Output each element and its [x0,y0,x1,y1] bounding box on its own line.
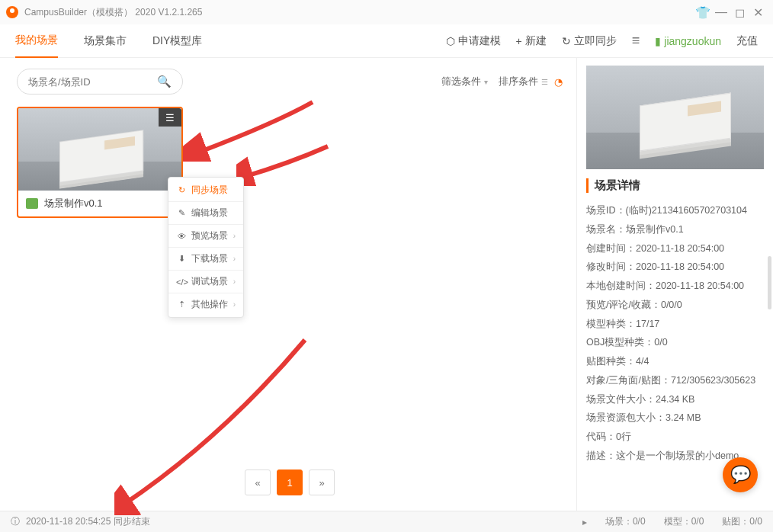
shirt-icon[interactable]: 👕 [694,5,712,20]
chevron-right-icon: › [233,277,236,286]
clock-icon[interactable]: ◔ [554,76,563,88]
menu-debug-scene[interactable]: </>调试场景› [168,271,243,293]
sort-button[interactable]: 排序条件☰ [499,75,548,88]
detail-scene-id: 场景ID：(临时)211341605702703104 [586,202,764,220]
status-play-icon[interactable]: ▸ [582,517,587,527]
status-texture: 贴图：0/0 [722,515,762,528]
detail-created: 创建时间：2020-11-18 20:54:00 [586,240,764,258]
download-icon: ⬇ [176,254,187,264]
search-input[interactable] [28,76,157,88]
app-logo-icon [6,6,18,18]
scene-type-icon [26,198,38,209]
apply-model-button[interactable]: ⬡申请建模 [446,34,501,48]
menu-edit-scene[interactable]: ✎编辑场景 [168,202,243,225]
info-icon: ⓘ [11,515,20,528]
user-icon: ▮ [655,35,661,47]
plus-icon: + [516,35,522,47]
user-label[interactable]: ▮jiangzuokun [655,35,721,47]
detail-package-size: 场景资源包大小：3.24 MB [586,409,764,428]
cube-icon: ⬡ [446,35,455,47]
tab-my-scenes[interactable]: 我的场景 [15,24,58,58]
menu-download-scene[interactable]: ⬇下载场景› [168,248,243,271]
chevron-right-icon: › [233,232,236,240]
menu-sync-scene[interactable]: ↻同步场景 [168,179,243,202]
detail-file-size: 场景文件大小：24.34 KB [586,391,764,409]
detail-stats: 预览/评论/收藏：0/0/0 [586,296,764,315]
close-button[interactable]: ✕ [749,5,767,20]
detail-modified: 修改时间：2020-11-18 20:54:00 [586,258,764,277]
annotation-arrow-1 [183,93,320,162]
new-button[interactable]: +新建 [516,34,547,48]
annotation-arrow-2 [236,140,335,186]
detail-model-types: 模型种类：17/17 [586,316,764,334]
detail-local-created: 本地创建时间：2020-11-18 20:54:00 [586,277,764,296]
sync-now-button[interactable]: ↻立即同步 [562,34,617,48]
tab-scene-market[interactable]: 场景集市 [84,25,127,57]
detail-texture-types: 贴图种类：4/4 [586,353,764,371]
chevron-down-icon: ▾ [484,78,488,86]
code-icon: </> [176,277,187,287]
details-list: 场景ID：(临时)211341605702703104 场景名：场景制作v0.1… [586,202,764,466]
filter-button[interactable]: 筛选条件▾ [441,75,488,88]
status-model: 模型：0/0 [664,515,704,528]
pager-page-1[interactable]: 1 [277,470,303,495]
detail-obj-types: OBJ模型种类：0/0 [586,334,764,352]
search-icon[interactable]: 🔍 [157,75,172,88]
chevron-right-icon: › [233,300,236,309]
status-scene: 场景：0/0 [605,515,646,528]
refresh-icon: ↻ [562,35,571,47]
details-heading: 场景详情 [586,178,764,193]
pager-prev[interactable]: « [245,470,271,495]
detail-obj-tri-tex: 对象/三角面/贴图：712/305623/305623 [586,372,764,390]
pagination: « 1 » [17,454,563,503]
eye-icon: 👁 [176,232,187,241]
chevron-right-icon: › [233,255,236,263]
status-time: 2020-11-18 20:54:25 同步结束 [26,515,150,528]
chat-fab-button[interactable]: 💬 [723,457,758,492]
minimize-button[interactable]: — [712,5,730,19]
sync-icon: ↻ [176,185,187,195]
detail-thumbnail [586,66,764,169]
detail-code-lines: 代码：0行 [586,428,764,447]
card-context-menu: ↻同步场景 ✎编辑场景 👁预览场景› ⬇下载场景› </>调试场景› ⇡其他操作… [168,177,244,318]
search-input-wrapper: 🔍 [17,69,183,95]
maximize-button[interactable]: ◻ [730,5,749,20]
pager-next[interactable]: » [309,470,335,495]
edit-icon: ✎ [176,208,187,218]
menu-other-ops[interactable]: ⇡其他操作› [168,293,243,316]
scene-name: 场景制作v0.1 [44,197,103,210]
chat-icon: 💬 [730,465,751,485]
menu-preview-scene[interactable]: 👁预览场景› [168,225,243,248]
sort-icon: ☰ [541,78,548,86]
card-menu-button[interactable]: ☰ [159,108,181,127]
hamburger-menu-icon[interactable]: ≡ [632,33,640,49]
scene-card[interactable]: ☰ 场景制作v0.1 [17,107,183,218]
scene-thumbnail [18,108,181,191]
details-scrollbar[interactable] [768,256,771,309]
app-title: CampusBuilder（模模搭） 2020 V1.2.1.265 [24,6,694,19]
more-icon: ⇡ [176,300,187,309]
tab-diy-models[interactable]: DIY模型库 [152,25,202,57]
detail-scene-name: 场景名：场景制作v0.1 [586,221,764,239]
recharge-button[interactable]: 充值 [736,34,758,48]
